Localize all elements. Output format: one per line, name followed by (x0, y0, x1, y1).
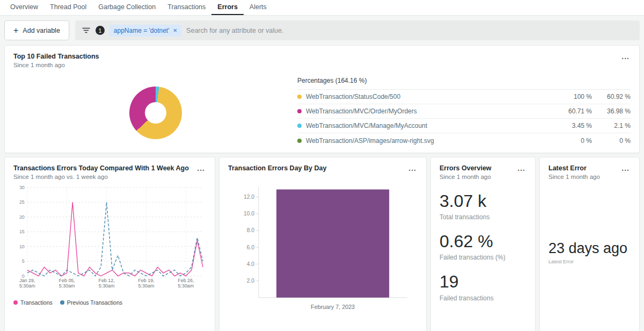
latest-title-block: Latest Error Since 1 month ago (548, 164, 600, 180)
stat-label: Failed transactions (440, 294, 526, 302)
bottom-panels-row: Transactions Errors Today Compared With … (4, 157, 640, 331)
svg-text:Feb 19,: Feb 19, (138, 278, 154, 283)
panel-subtitle: Since 1 month ago (440, 174, 492, 180)
legend-row[interactable]: WebTransaction/MVC/Manage/MyAccount 3.45… (297, 119, 631, 133)
svg-text:25: 25 (19, 199, 25, 205)
panel-menu-button[interactable]: ... (407, 164, 418, 172)
donut-chart-area (13, 70, 297, 148)
add-variable-label: Add variable (23, 27, 60, 34)
svg-text:5:30am: 5:30am (19, 283, 35, 289)
failed-transactions-donut[interactable] (129, 87, 182, 139)
svg-text:20: 20 (19, 214, 25, 220)
series-color-dot (60, 300, 64, 305)
legend-row[interactable]: WebTransaction/MVC/Order/MyOrders 60.71 … (297, 104, 631, 119)
filter-chip[interactable]: appName = 'dotnet' × (109, 25, 181, 37)
legend-row-label: WebTransaction/StatusCode/500 (306, 93, 547, 100)
legend-color-dot (297, 95, 302, 99)
legend-row[interactable]: WebTransaction/StatusCode/500 100 % 60.9… (297, 90, 631, 104)
latest-error-panel: Latest Error Since 1 month ago ... 23 da… (539, 157, 640, 331)
svg-text:5:30am: 5:30am (99, 283, 115, 289)
legend-row-pct1: 0 % (547, 137, 592, 145)
filter-search-bar[interactable]: 1 appName = 'dotnet' × (75, 20, 640, 40)
top10-title-block: Top 10 Failed Transactions Since 1 month… (13, 53, 99, 68)
filter-count-badge: 1 (96, 26, 105, 35)
legend-header: Percentages (164.16 %) (297, 74, 631, 90)
legend-row-pct1: 60.71 % (547, 107, 592, 115)
panel-menu-button[interactable]: ... (196, 164, 206, 172)
svg-text:30: 30 (19, 185, 25, 190)
stat-block: 19 Failed transactions (440, 272, 526, 301)
tab-thread-pool[interactable]: Thread Pool (44, 0, 92, 15)
legend-row-pct2: 2.1 % (592, 122, 631, 129)
stat-block: 0.62 % Failed transactions (%) (440, 232, 526, 261)
series-legend: Transactions Previous Transactions (13, 299, 206, 306)
svg-text:5:30am: 5:30am (138, 283, 155, 289)
plus-icon: + (13, 26, 18, 35)
svg-text:10: 10 (19, 244, 25, 249)
compare-title-block: Transactions Errors Today Compared With … (13, 164, 189, 180)
panel-subtitle: Since 1 month ago (13, 62, 99, 68)
add-variable-button[interactable]: + Add variable (4, 20, 69, 40)
panel-title: Errors Overview (440, 164, 492, 172)
svg-text:Feb 26,: Feb 26, (178, 278, 194, 283)
legend-row-pct2: 36.98 % (592, 107, 631, 115)
legend-row-pct1: 100 % (547, 93, 592, 100)
legend-row-label: WebTransaction/ASP/images/arrow-right.sv… (306, 137, 547, 145)
series-legend-item[interactable]: Transactions (13, 299, 53, 306)
latest-error-value: 23 days ago (548, 240, 631, 257)
chip-close-icon[interactable]: × (173, 27, 178, 34)
svg-text:Feb 12,: Feb 12, (98, 278, 114, 283)
series-legend-item[interactable]: Previous Transactions (60, 299, 122, 306)
top10-failed-transactions-panel: Top 10 Failed Transactions Since 1 month… (4, 45, 640, 153)
svg-text:6.0: 6.0 (247, 244, 255, 250)
series-legend-label: Previous Transactions (67, 299, 122, 306)
stat-block: 3.07 k Total transactions (440, 192, 526, 221)
overview-title-block: Errors Overview Since 1 month ago (440, 164, 492, 180)
compare-line-chart[interactable]: 051015202530Jan 29,5:30amFeb 05,5:30amFe… (13, 183, 206, 294)
legend-row-pct1: 3.45 % (547, 122, 592, 129)
latest-error-billboard: 23 days ago Latest Error (548, 240, 631, 264)
errors-dashboard-page: Overview Thread Pool Garbage Collection … (0, 0, 644, 331)
stat-value: 3.07 k (440, 192, 526, 211)
legend-row-label: WebTransaction/MVC/Order/MyOrders (306, 107, 547, 115)
legend-color-dot (297, 139, 302, 143)
latest-error-caption: Latest Error (548, 259, 631, 264)
stat-label: Failed transactions (%) (440, 254, 526, 261)
tab-transactions[interactable]: Transactions (162, 0, 211, 15)
legend-color-dot (297, 124, 302, 128)
series-color-dot (13, 300, 18, 305)
legend-row-pct2: 60.92 % (592, 93, 631, 100)
svg-text:10.0: 10.0 (244, 211, 254, 217)
svg-text:15: 15 (19, 229, 25, 234)
svg-text:5:30am: 5:30am (178, 283, 194, 289)
panel-menu-button[interactable]: ... (620, 164, 631, 172)
filter-bar: + Add variable 1 appName = 'dotnet' × (0, 16, 644, 44)
svg-text:Feb 05,: Feb 05, (59, 278, 75, 283)
search-input[interactable] (186, 27, 633, 34)
overview-stats: 3.07 k Total transactions 0.62 % Failed … (440, 192, 526, 302)
tab-garbage-collection[interactable]: Garbage Collection (92, 0, 162, 15)
legend-row-pct2: 0 % (592, 137, 631, 145)
panel-subtitle: Since 1 month ago vs. 1 week ago (13, 174, 189, 180)
panel-menu-button[interactable]: ... (620, 53, 631, 60)
svg-text:12.0: 12.0 (244, 194, 254, 200)
errors-bar-chart[interactable]: 2.04.06.08.010.012.0February 7, 2023 (228, 184, 418, 313)
stat-value: 19 (440, 272, 526, 291)
svg-text:February 7, 2023: February 7, 2023 (311, 304, 355, 310)
svg-text:5: 5 (22, 258, 25, 264)
stat-label: Total transactions (440, 213, 526, 221)
svg-text:5:30am: 5:30am (59, 283, 75, 289)
top-nav: Overview Thread Pool Garbage Collection … (0, 0, 644, 16)
filter-funnel-icon (82, 26, 91, 34)
tab-errors[interactable]: Errors (211, 0, 244, 15)
tab-alerts[interactable]: Alerts (244, 0, 273, 15)
legend-row[interactable]: WebTransaction/ASP/images/arrow-right.sv… (297, 133, 631, 148)
tab-overview[interactable]: Overview (4, 0, 44, 15)
panel-title: Top 10 Failed Transactions (13, 53, 99, 60)
errors-overview-panel: Errors Overview Since 1 month ago ... 3.… (430, 157, 536, 331)
panel-menu-button[interactable]: ... (516, 164, 526, 172)
stat-value: 0.62 % (440, 232, 526, 251)
panel-title: Transaction Errors Day By Day (228, 164, 326, 172)
errors-day-by-day-panel: Transaction Errors Day By Day ... 2.04.0… (219, 157, 427, 331)
svg-text:8.0: 8.0 (247, 227, 255, 233)
